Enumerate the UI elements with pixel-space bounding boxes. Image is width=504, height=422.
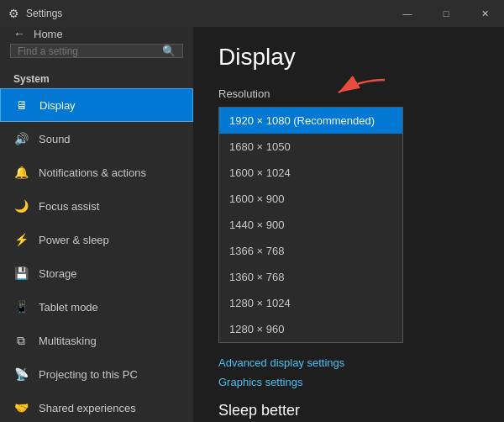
tablet-icon: 📱 xyxy=(13,299,29,314)
resolution-dropdown-list[interactable]: 1920 × 1080 (Recommended)1680 × 10501600… xyxy=(218,107,403,343)
advanced-display-link[interactable]: Advanced display settings xyxy=(218,356,479,369)
main-content: Display Resolution 1920 × 1080 (Recommen… xyxy=(193,27,504,422)
titlebar: ⚙ Settings — □ ✕ xyxy=(0,0,504,27)
resolution-dropdown[interactable]: 1920 × 1080 (Recommended)1680 × 10501600… xyxy=(218,107,403,343)
sidebar-item-label-sound: Sound xyxy=(39,133,71,145)
sidebar-item-storage[interactable]: 💾Storage xyxy=(0,256,193,290)
multitasking-icon: ⧉ xyxy=(13,333,29,348)
sidebar-item-label-notifications: Notifications & actions xyxy=(39,166,146,179)
back-icon: ← xyxy=(13,27,25,40)
sleep-section-title: Sleep better xyxy=(218,402,479,419)
sidebar-item-display[interactable]: 🖥Display xyxy=(0,88,193,122)
titlebar-controls: — □ ✕ xyxy=(388,0,504,27)
resolution-option[interactable]: 1440 × 900 xyxy=(219,212,402,238)
resolution-option[interactable]: 1280 × 1024 xyxy=(219,290,402,316)
sound-icon: 🔊 xyxy=(13,131,29,146)
shared-icon: 🤝 xyxy=(13,400,29,415)
sidebar-item-label-shared: Shared experiences xyxy=(39,402,136,414)
projecting-icon: 📡 xyxy=(13,367,29,382)
resolution-option[interactable]: 1600 × 1024 xyxy=(219,160,402,186)
search-icon: 🔍 xyxy=(162,45,176,57)
resolution-option[interactable]: 1360 × 768 xyxy=(219,264,402,290)
sidebar: ← Home 🔍 System 🖥Display🔊Sound🔔Notificat… xyxy=(0,27,193,422)
close-button[interactable]: ✕ xyxy=(465,0,504,27)
resolution-option[interactable]: 1366 × 768 xyxy=(219,238,402,264)
sidebar-item-focus[interactable]: 🌙Focus assist xyxy=(0,189,193,223)
minimize-button[interactable]: — xyxy=(388,0,427,27)
titlebar-title: Settings xyxy=(26,8,62,19)
display-icon: 🖥 xyxy=(14,98,29,113)
titlebar-left: ⚙ Settings xyxy=(8,7,62,20)
sidebar-item-projecting[interactable]: 📡Projecting to this PC xyxy=(0,357,193,391)
graphics-settings-link[interactable]: Graphics settings xyxy=(218,376,479,388)
sidebar-item-label-power: Power & sleep xyxy=(39,234,109,246)
nav-items-container: 🖥Display🔊Sound🔔Notifications & actions🌙F… xyxy=(0,88,193,422)
notifications-icon: 🔔 xyxy=(13,165,29,180)
maximize-button[interactable]: □ xyxy=(427,0,465,27)
focus-icon: 🌙 xyxy=(13,198,29,214)
resolution-option[interactable]: 1680 × 1050 xyxy=(219,134,402,160)
page-title: Display xyxy=(218,44,479,71)
sidebar-item-label-projecting: Projecting to this PC xyxy=(39,368,138,381)
resolution-option[interactable]: 1280 × 960 xyxy=(219,316,402,342)
sidebar-item-label-tablet: Tablet mode xyxy=(39,301,98,314)
search-input[interactable] xyxy=(18,45,162,57)
sidebar-item-label-focus: Focus assist xyxy=(39,200,99,213)
sidebar-item-notifications[interactable]: 🔔Notifications & actions xyxy=(0,156,193,189)
storage-icon: 💾 xyxy=(13,266,29,281)
resolution-option[interactable]: 1600 × 900 xyxy=(219,186,402,212)
sidebar-item-label-multitasking: Multitasking xyxy=(39,335,97,347)
settings-icon: ⚙ xyxy=(8,7,19,20)
system-section-label: System xyxy=(0,68,193,88)
sidebar-item-label-display: Display xyxy=(39,99,76,112)
sidebar-item-shared[interactable]: 🤝Shared experiences xyxy=(0,391,193,422)
sidebar-back-home[interactable]: ← Home xyxy=(0,27,193,40)
search-box[interactable]: 🔍 xyxy=(10,44,183,58)
sidebar-item-power[interactable]: ⚡Power & sleep xyxy=(0,223,193,256)
sidebar-item-label-storage: Storage xyxy=(39,267,77,280)
sidebar-item-tablet[interactable]: 📱Tablet mode xyxy=(0,290,193,324)
app-body: ← Home 🔍 System 🖥Display🔊Sound🔔Notificat… xyxy=(0,27,504,422)
home-label: Home xyxy=(34,28,63,40)
power-icon: ⚡ xyxy=(13,232,29,247)
resolution-option[interactable]: 1920 × 1080 (Recommended) xyxy=(219,108,402,134)
resolution-label: Resolution xyxy=(218,87,479,100)
sidebar-item-sound[interactable]: 🔊Sound xyxy=(0,122,193,156)
sidebar-item-multitasking[interactable]: ⧉Multitasking xyxy=(0,324,193,357)
